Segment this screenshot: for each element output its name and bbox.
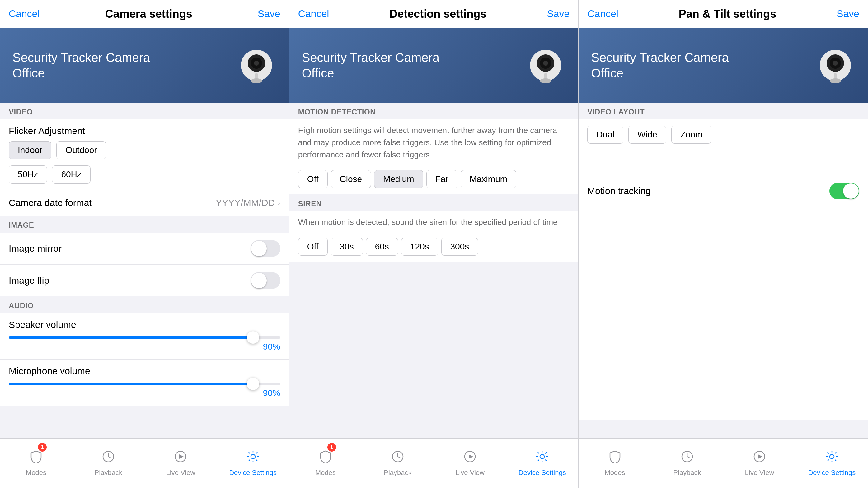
outdoor-button[interactable]: Outdoor	[56, 141, 106, 159]
svg-point-3	[254, 61, 259, 66]
image-mirror-row: Image mirror	[0, 233, 289, 265]
motion-tracking-toggle[interactable]	[829, 183, 859, 199]
nav-modes[interactable]: 1 Modes	[0, 438, 72, 488]
camera-image	[236, 45, 277, 86]
modes-badge: 1	[38, 443, 47, 452]
siren-button-group: Off 30s 60s 120s 300s	[289, 234, 579, 262]
svg-point-11	[251, 454, 255, 459]
pan-tilt-gear-icon	[825, 450, 839, 466]
pan-tilt-camera-icon	[815, 45, 856, 86]
nav-playback[interactable]: Playback	[72, 438, 145, 488]
pan-tilt-cancel-button[interactable]: Cancel	[587, 8, 618, 20]
pan-tilt-nav-device-settings[interactable]: Device Settings	[796, 438, 868, 488]
date-format-label: Camera date format	[9, 197, 92, 208]
pan-tilt-clock-icon	[680, 450, 694, 466]
detection-cancel-button[interactable]: Cancel	[298, 8, 329, 20]
60hz-button[interactable]: 60Hz	[52, 165, 90, 184]
svg-line-32	[687, 457, 690, 458]
motion-tracking-label: Motion tracking	[587, 186, 650, 196]
pan-tilt-page-title: Pan & Tilt settings	[679, 7, 776, 21]
svg-point-27	[833, 61, 838, 66]
detection-camera-icon	[525, 45, 566, 86]
camera-icon	[236, 45, 277, 86]
detection-page-title: Detection settings	[389, 7, 487, 21]
motion-medium-button[interactable]: Medium	[374, 170, 423, 188]
siren-120s-button[interactable]: 120s	[401, 238, 438, 256]
motion-maximum-button[interactable]: Maximum	[461, 170, 516, 188]
page-title: Camera settings	[105, 7, 192, 21]
wide-button[interactable]: Wide	[628, 126, 666, 144]
shield-icon	[29, 450, 43, 466]
save-button[interactable]: Save	[258, 8, 280, 20]
detection-camera-image	[525, 45, 566, 86]
svg-line-20	[398, 457, 400, 458]
svg-point-29	[830, 78, 841, 84]
motion-far-button[interactable]: Far	[426, 170, 458, 188]
date-format-value: YYYY/MM/DD ›	[216, 197, 280, 208]
clock-icon	[101, 450, 115, 466]
motion-detection-header: MOTION DETECTION	[289, 103, 579, 120]
siren-off-button[interactable]: Off	[298, 238, 328, 256]
image-mirror-toggle[interactable]	[251, 240, 280, 257]
pan-tilt-camera-image	[815, 45, 856, 86]
device-settings-label: Device Settings	[229, 469, 277, 477]
nav-live-view[interactable]: Live View	[145, 438, 217, 488]
siren-desc: When motion is detected, sound the siren…	[289, 211, 579, 234]
pan-tilt-header: Cancel Pan & Tilt settings Save	[579, 0, 868, 28]
play-icon	[174, 450, 187, 466]
50hz-button[interactable]: 50Hz	[9, 165, 47, 184]
detection-clock-icon	[391, 450, 405, 466]
detection-nav-playback[interactable]: Playback	[362, 438, 434, 488]
detection-bottom-nav: 1 Modes Playback Live View Device Settin…	[289, 438, 579, 488]
pan-tilt-bottom-nav: Modes Playback Live View Device Settings	[579, 438, 868, 488]
detection-nav-live-view[interactable]: Live View	[434, 438, 506, 488]
dual-button[interactable]: Dual	[587, 126, 623, 144]
cancel-button[interactable]: Cancel	[9, 8, 40, 20]
motion-detection-desc: High motion settings will detect movemen…	[289, 120, 579, 167]
pan-tilt-live-view-label: Live View	[745, 469, 774, 477]
pan-tilt-nav-live-view[interactable]: Live View	[723, 438, 796, 488]
pan-tilt-camera-banner: Security Tracker Camera Office	[579, 28, 868, 103]
detection-settings-header: Cancel Detection settings Save	[289, 0, 579, 28]
hz-group: 50Hz 60Hz	[0, 165, 289, 190]
indoor-button[interactable]: Indoor	[9, 141, 51, 159]
pan-tilt-nav-modes[interactable]: Modes	[579, 438, 651, 488]
detection-shield-icon	[319, 450, 332, 466]
svg-marker-10	[179, 454, 184, 459]
zoom-button[interactable]: Zoom	[671, 126, 712, 144]
detection-modes-label: Modes	[315, 469, 336, 477]
detection-nav-modes[interactable]: 1 Modes	[289, 438, 362, 488]
gear-icon	[246, 450, 260, 466]
siren-section-header: SIREN	[289, 194, 579, 211]
siren-60s-button[interactable]: 60s	[366, 238, 398, 256]
nav-device-settings[interactable]: Device Settings	[217, 438, 289, 488]
motion-close-button[interactable]: Close	[331, 170, 371, 188]
image-settings-card: Image mirror Image flip	[0, 233, 289, 296]
pan-tilt-empty-area	[579, 207, 868, 420]
image-mirror-label: Image mirror	[9, 243, 62, 254]
image-flip-toggle[interactable]	[251, 272, 280, 289]
detection-nav-device-settings[interactable]: Device Settings	[506, 438, 578, 488]
detection-live-view-label: Live View	[455, 469, 485, 477]
detection-modes-badge: 1	[328, 443, 336, 452]
date-format-row[interactable]: Camera date format YYYY/MM/DD ›	[0, 190, 289, 216]
detection-save-button[interactable]: Save	[547, 8, 569, 20]
speaker-volume-section: Speaker volume 90%	[0, 313, 289, 360]
pan-tilt-nav-playback[interactable]: Playback	[651, 438, 723, 488]
playback-label: Playback	[95, 469, 122, 477]
microphone-volume-value: 90%	[9, 388, 280, 398]
chevron-right-icon: ›	[277, 198, 280, 208]
pan-tilt-shield-icon	[608, 450, 622, 466]
motion-off-button[interactable]: Off	[298, 170, 328, 188]
camera-name: Security Tracker Camera Office	[12, 50, 150, 81]
siren-30s-button[interactable]: 30s	[331, 238, 363, 256]
pan-tilt-save-button[interactable]: Save	[837, 8, 859, 20]
image-flip-row: Image flip	[0, 265, 289, 296]
microphone-volume-track[interactable]	[9, 383, 280, 385]
detection-gear-icon	[535, 450, 549, 466]
pan-tilt-settings-panel: Cancel Pan & Tilt settings Save Security…	[579, 0, 868, 488]
image-flip-label: Image flip	[9, 275, 49, 286]
speaker-volume-track[interactable]	[9, 336, 280, 339]
svg-marker-22	[469, 454, 473, 459]
siren-300s-button[interactable]: 300s	[441, 238, 478, 256]
